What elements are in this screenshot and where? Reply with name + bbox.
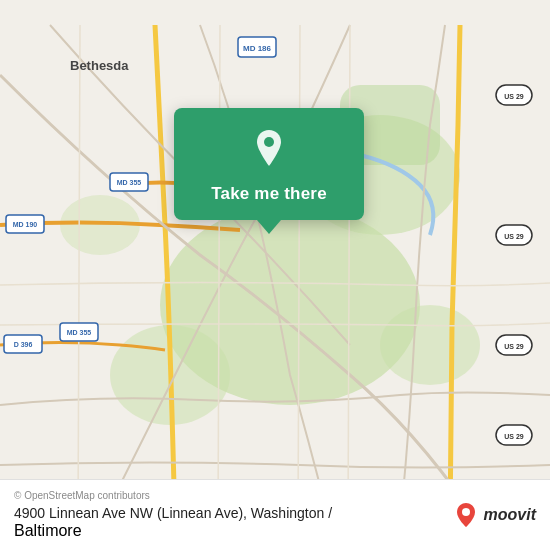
svg-text:US 29: US 29 [504, 343, 524, 350]
moovit-wordmark: moovit [484, 506, 536, 524]
svg-point-4 [380, 305, 480, 385]
location-popup: Take me there [174, 108, 364, 220]
svg-text:Bethesda: Bethesda [70, 58, 129, 73]
svg-point-27 [462, 508, 470, 516]
bottom-bar: © OpenStreetMap contributors 4900 Linnea… [0, 479, 550, 550]
svg-text:MD 355: MD 355 [117, 179, 142, 186]
address-info: © OpenStreetMap contributors 4900 Linnea… [14, 490, 332, 540]
address-lines: 4900 Linnean Ave NW (Linnean Ave), Washi… [14, 504, 332, 540]
svg-text:US 29: US 29 [504, 433, 524, 440]
map-container: MD 186 US 29 US 29 US 29 US 29 MD 355 MD… [0, 0, 550, 550]
copyright-text: © OpenStreetMap contributors [14, 490, 332, 501]
svg-text:MD 190: MD 190 [13, 221, 38, 228]
svg-point-26 [264, 137, 274, 147]
svg-text:US 29: US 29 [504, 233, 524, 240]
pin-icon [247, 126, 291, 174]
svg-text:MD 355: MD 355 [67, 329, 92, 336]
moovit-logo: moovit [452, 501, 536, 529]
svg-text:MD 186: MD 186 [243, 44, 272, 53]
moovit-pin-icon [452, 501, 480, 529]
address-city: Baltimore [14, 522, 82, 539]
svg-text:US 29: US 29 [504, 93, 524, 100]
map-background: MD 186 US 29 US 29 US 29 US 29 MD 355 MD… [0, 0, 550, 550]
take-me-there-button[interactable]: Take me there [211, 184, 327, 204]
svg-text:D 396: D 396 [14, 341, 33, 348]
address-text: 4900 Linnean Ave NW (Linnean Ave), Washi… [14, 505, 332, 521]
